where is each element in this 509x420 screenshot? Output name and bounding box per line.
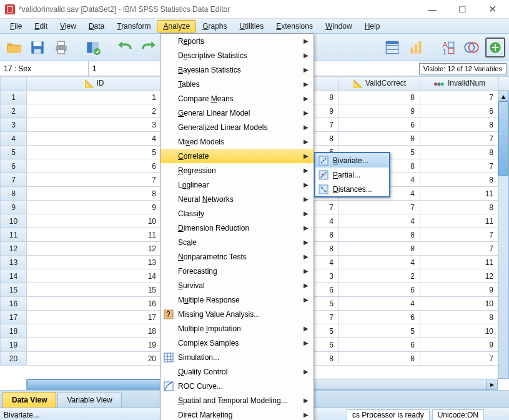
redo-button[interactable] (139, 38, 159, 58)
row-header[interactable]: 19 (1, 338, 27, 352)
row-header[interactable]: 3 (1, 118, 27, 132)
col-header-validcorrect[interactable]: 📐ValidCorrect (339, 77, 420, 91)
cell[interactable]: 11 (27, 228, 162, 242)
cell[interactable]: 20 (27, 352, 162, 366)
menu-item-roc-curve[interactable]: ROC Curve... (161, 379, 314, 393)
cell[interactable]: 15 (27, 283, 162, 297)
cell[interactable]: 4 (339, 214, 420, 228)
row-header[interactable]: 6 (1, 159, 27, 173)
cell[interactable]: 11 (420, 256, 499, 269)
cell[interactable]: 7 (420, 91, 499, 104)
cell[interactable]: 8 (420, 118, 499, 132)
row-header[interactable]: 16 (1, 297, 27, 311)
cell[interactable]: 10 (420, 324, 499, 338)
menu-graphs[interactable]: Graphs (196, 20, 233, 32)
cell[interactable]: 10 (420, 297, 499, 311)
cell[interactable]: 6 (339, 338, 420, 352)
row-header[interactable]: 15 (1, 283, 27, 297)
menu-item-complex-samples[interactable]: Complex Samples▶ (161, 336, 314, 350)
cell[interactable]: 4 (339, 297, 420, 311)
cell[interactable]: 8 (339, 228, 420, 242)
menu-item-compare-means[interactable]: Compare Means▶ (161, 91, 314, 106)
menu-item-descriptive-statistics[interactable]: Descriptive Statistics▶ (161, 48, 314, 62)
cell[interactable]: 2 (27, 104, 162, 118)
menu-item-scale[interactable]: Scale▶ (161, 235, 314, 249)
cell[interactable]: 5 (339, 324, 420, 338)
cell[interactable]: 6 (339, 118, 420, 132)
row-header[interactable]: 12 (1, 242, 27, 256)
menu-item-classify[interactable]: Classify▶ (161, 206, 314, 221)
menu-item-general-linear-model[interactable]: General Linear Model▶ (161, 106, 314, 120)
cell[interactable]: 2 (339, 269, 420, 283)
cell[interactable]: 8 (339, 132, 420, 146)
menu-analyze[interactable]: Analyze (157, 20, 196, 32)
save-button[interactable] (27, 38, 47, 58)
tab-data-view[interactable]: Data View (2, 392, 56, 408)
row-header[interactable]: 5 (1, 146, 27, 159)
menu-item-missing-value-analysis[interactable]: ?Missing Value Analysis... (161, 307, 314, 321)
menu-extensions[interactable]: Extensions (270, 20, 319, 32)
recall-dialog-button[interactable] (83, 38, 103, 58)
row-header[interactable]: 13 (1, 256, 27, 269)
cell[interactable]: 18 (27, 324, 162, 338)
cell[interactable]: 7 (420, 159, 499, 173)
row-header[interactable]: 4 (1, 132, 27, 146)
print-button[interactable] (51, 38, 71, 58)
menu-item-nonparametric-tests[interactable]: Nonparametric Tests▶ (161, 249, 314, 264)
menu-item-correlate[interactable]: Correlate▶ (161, 149, 314, 163)
submenu-item-distances[interactable]: Distances... (315, 182, 389, 196)
cell[interactable]: 16 (27, 297, 162, 311)
col-header-blank[interactable] (499, 77, 510, 91)
row-header[interactable]: 9 (1, 201, 27, 214)
cell[interactable]: 14 (27, 269, 162, 283)
cell[interactable]: 11 (420, 214, 499, 228)
cell[interactable]: 6 (27, 159, 162, 173)
sets-button[interactable] (462, 38, 482, 58)
menu-item-mixed-models[interactable]: Mixed Models▶ (161, 134, 314, 149)
row-header[interactable]: 10 (1, 214, 27, 228)
row-header[interactable]: 8 (1, 187, 27, 201)
tab-variable-view[interactable]: Variable View (57, 392, 121, 408)
scroll-right-arrow[interactable]: ▸ (486, 379, 497, 389)
cell[interactable]: 7 (420, 352, 499, 366)
cell[interactable]: 9 (420, 338, 499, 352)
maximize-button[interactable]: ☐ (453, 3, 472, 16)
cell[interactable]: 7 (339, 201, 420, 214)
cell[interactable]: 8 (339, 352, 420, 366)
menu-item-bayesian-statistics[interactable]: Bayesian Statistics▶ (161, 62, 314, 77)
menu-file[interactable]: File (4, 20, 28, 32)
cell[interactable]: 19 (27, 338, 162, 352)
minimize-button[interactable]: — (423, 3, 442, 16)
menu-item-direct-marketing[interactable]: Direct Marketing▶ (161, 408, 314, 420)
chart-button[interactable] (406, 38, 426, 58)
cell[interactable]: 12 (420, 269, 499, 283)
menu-item-survival[interactable]: Survival▶ (161, 278, 314, 292)
cell[interactable]: 7 (420, 242, 499, 256)
row-header[interactable]: 18 (1, 324, 27, 338)
cell[interactable]: 8 (420, 173, 499, 187)
menu-item-quality-control[interactable]: Quality Control▶ (161, 364, 314, 379)
menu-item-simulation[interactable]: Simulation... (161, 350, 314, 364)
close-button[interactable]: ✕ (483, 3, 502, 16)
col-header-invalidnum[interactable]: ●●● InvalidNum (420, 77, 499, 91)
cell[interactable]: 6 (420, 104, 499, 118)
cell[interactable]: 5 (27, 146, 162, 159)
menu-view[interactable]: View (54, 20, 82, 32)
cell[interactable]: 8 (420, 146, 499, 159)
menu-utilities[interactable]: Utilities (234, 20, 270, 32)
grid-view-button[interactable] (382, 38, 402, 58)
cell[interactable]: 9 (27, 201, 162, 214)
scroll-thumb[interactable] (498, 101, 508, 176)
cell[interactable]: 3 (27, 118, 162, 132)
cell[interactable]: 8 (420, 311, 499, 324)
grid-corner[interactable] (1, 77, 27, 91)
menu-data[interactable]: Data (82, 20, 111, 32)
row-header[interactable]: 2 (1, 104, 27, 118)
menu-item-generalized-linear-models[interactable]: Generalized Linear Models▶ (161, 120, 314, 134)
menu-item-multiple-response[interactable]: Multiple Response▶ (161, 292, 314, 307)
cell[interactable]: 8 (27, 187, 162, 201)
cell[interactable]: 13 (27, 256, 162, 269)
cell[interactable]: 9 (420, 283, 499, 297)
add-button[interactable] (485, 38, 505, 58)
cell[interactable]: 17 (27, 311, 162, 324)
